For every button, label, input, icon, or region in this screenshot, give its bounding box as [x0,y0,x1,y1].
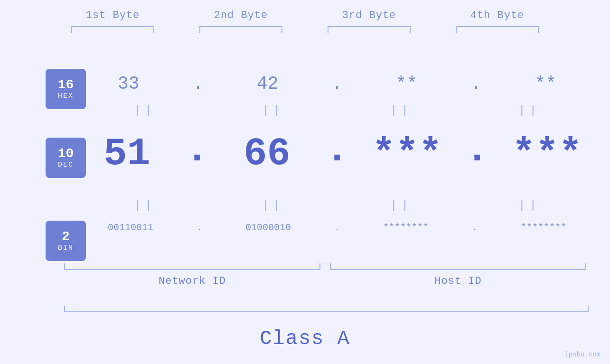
outer-bottom-bracket [64,306,589,312]
bracket-cell-3 [305,25,433,34]
network-id-label: Network ID [64,275,320,287]
top-bracket-1 [71,26,154,33]
host-id-label: Host ID [330,275,586,287]
dec-values-row: 51 . 66 . *** . *** [64,128,610,176]
equals-row-1: || || || || [64,103,610,118]
dec-dot-1: . [190,128,204,176]
class-label: Class A [0,327,610,350]
top-bracket-2 [199,26,282,33]
bracket-gap [320,263,330,270]
bin-val-3: ******** [342,222,470,233]
hex-val-3: ** [342,74,470,94]
bin-val-1: 00110011 [66,222,195,233]
dot-2: . [332,74,343,94]
eq-6: || [209,198,337,213]
bracket-cell-2 [177,25,305,34]
id-labels-row: Network ID Host ID [64,275,610,287]
dec-dot-3: . [470,128,484,176]
eq-7: || [337,198,465,213]
dec-val-1: 51 [64,132,190,176]
dot-1: . [193,74,204,94]
bin-bottom-brackets [64,263,610,270]
host-bottom-bracket [330,263,586,270]
hex-val-4: ** [481,74,610,94]
eq-5: || [81,198,209,213]
dec-val-3: *** [344,132,470,176]
bin-badge-label: BIN [58,244,74,252]
watermark: ipshu.com [564,351,601,358]
net-bottom-bracket [64,263,320,270]
bin-dot-1: . [195,222,204,233]
eq-3: || [337,103,465,118]
byte1-header: 1st Byte [49,9,177,21]
equals-row-2: || || || || [64,198,610,213]
hex-val-1: 33 [65,74,193,94]
byte4-header: 4th Byte [433,9,562,21]
hex-values-row: 33 . 42 . ** . ** [64,74,610,94]
eq-2: || [209,103,337,118]
hex-val-2: 42 [204,74,332,94]
byte-headers-row: 1st Byte 2nd Byte 3rd Byte 4th Byte [0,0,610,21]
bracket-cell-4 [433,25,562,34]
top-bracket-4 [456,26,539,33]
bin-val-4: ******** [479,222,608,233]
label-gap [320,275,330,287]
top-bracket-3 [328,26,411,33]
bin-val-2: 01000010 [204,222,332,233]
eq-8: || [465,198,593,213]
dec-dot-2: . [330,128,344,176]
dec-val-2: 66 [204,132,330,176]
bin-dot-3: . [470,222,479,233]
eq-4: || [465,103,593,118]
bin-values-row: 00110011 . 01000010 . ******** . *******… [64,222,610,233]
bracket-cell-1 [49,25,177,34]
top-brackets-row [0,25,610,34]
dec-val-4: *** [484,132,610,176]
eq-1: || [81,103,209,118]
main-container: 1st Byte 2nd Byte 3rd Byte 4th Byte 16 H… [0,0,610,364]
byte3-header: 3rd Byte [305,9,433,21]
bin-dot-2: . [332,222,342,233]
byte2-header: 2nd Byte [177,9,305,21]
dot-3: . [470,74,481,94]
